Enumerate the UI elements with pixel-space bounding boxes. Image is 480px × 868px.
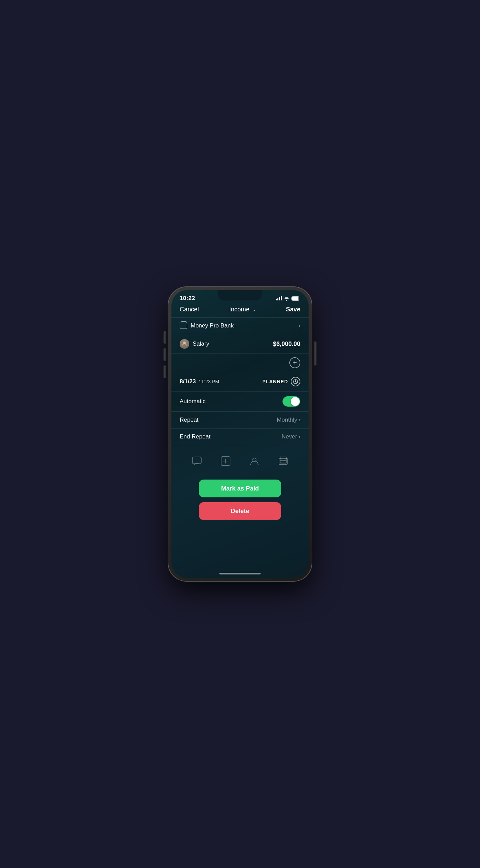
save-button[interactable]: Save	[286, 306, 300, 313]
svg-line-5	[296, 382, 297, 382]
salary-row[interactable]: Salary $6,000.00	[171, 334, 309, 354]
cancel-button[interactable]: Cancel	[180, 306, 199, 313]
salary-left: Salary	[180, 339, 209, 349]
battery-icon	[291, 296, 300, 301]
end-repeat-label: End Repeat	[180, 433, 211, 440]
add-button[interactable]: +	[289, 357, 300, 368]
title-text: Income	[229, 306, 249, 313]
end-repeat-chevron-icon: ›	[299, 434, 300, 440]
mark-as-paid-button[interactable]: Mark as Paid	[199, 480, 281, 497]
files-button[interactable]	[276, 454, 291, 469]
svg-rect-6	[192, 457, 201, 464]
wifi-icon	[284, 296, 289, 300]
repeat-chevron-icon: ›	[299, 417, 300, 423]
status-icons	[276, 296, 300, 301]
end-repeat-value-group: Never ›	[281, 433, 300, 440]
account-left: Money Pro Bank	[180, 322, 234, 329]
nav-title: Income ⌄	[229, 306, 255, 313]
signal-icon	[276, 296, 282, 300]
account-chevron-icon: ›	[299, 323, 300, 329]
delete-button[interactable]: Delete	[199, 502, 281, 520]
account-name: Money Pro Bank	[191, 322, 234, 329]
planned-right: PLANNED	[262, 377, 300, 386]
salary-avatar	[180, 339, 189, 349]
clock-icon	[291, 377, 300, 386]
title-chevron-icon[interactable]: ⌄	[252, 307, 256, 312]
phone-frame: 10:22	[168, 287, 312, 581]
home-indicator	[219, 573, 261, 574]
automatic-row[interactable]: Automatic	[171, 392, 309, 412]
end-repeat-value: Never	[281, 433, 297, 440]
date-left: 8/1/23 11:23 PM	[180, 378, 219, 385]
comment-button[interactable]	[189, 454, 204, 469]
phone-screen: 10:22	[171, 290, 309, 578]
repeat-row[interactable]: Repeat Monthly ›	[171, 412, 309, 429]
nav-bar: Cancel Income ⌄ Save	[171, 303, 309, 318]
automatic-label: Automatic	[180, 398, 206, 405]
time-value: 11:23 PM	[199, 379, 219, 384]
person-button[interactable]	[247, 454, 262, 469]
date-value: 8/1/23	[180, 378, 196, 385]
salary-label: Salary	[193, 340, 209, 347]
automatic-toggle[interactable]	[283, 396, 300, 407]
action-buttons: Mark as Paid Delete	[171, 477, 309, 527]
date-planned-row[interactable]: 8/1/23 11:23 PM PLANNED	[171, 372, 309, 392]
repeat-label: Repeat	[180, 417, 199, 423]
end-repeat-row[interactable]: End Repeat Never ›	[171, 429, 309, 445]
salary-amount: $6,000.00	[273, 340, 300, 348]
icon-row	[171, 445, 309, 477]
account-row[interactable]: Money Pro Bank ›	[171, 318, 309, 334]
content-area: Money Pro Bank › Salary	[171, 318, 309, 527]
repeat-value: Monthly	[277, 417, 297, 423]
repeat-value-group: Monthly ›	[277, 417, 300, 423]
avatar-image	[180, 339, 189, 349]
notch	[218, 290, 262, 300]
add-row: +	[171, 354, 309, 372]
account-icon	[180, 323, 187, 329]
tag-button[interactable]	[218, 454, 233, 469]
planned-label: PLANNED	[262, 379, 288, 384]
toggle-thumb	[291, 397, 300, 406]
svg-rect-1	[292, 297, 299, 300]
status-time: 10:22	[180, 295, 195, 302]
